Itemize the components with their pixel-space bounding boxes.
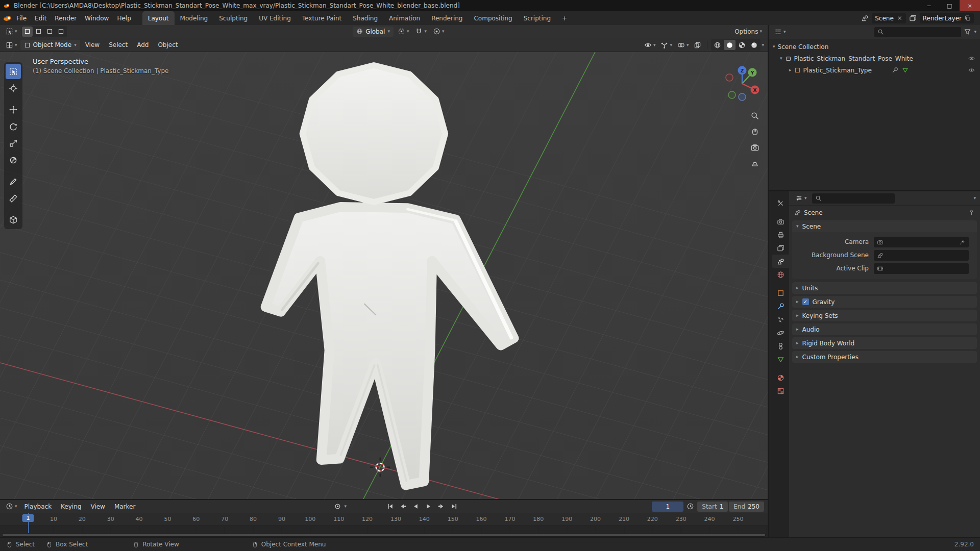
workspace-tab-shading[interactable]: Shading	[347, 11, 383, 25]
menu-window[interactable]: Window	[81, 13, 113, 24]
panel-rigid-body-header[interactable]: ▸ Rigid Body World	[792, 337, 977, 349]
tab-physics[interactable]	[772, 326, 789, 339]
scene-browse-icon[interactable]	[861, 14, 869, 22]
play-reverse-button[interactable]	[410, 502, 422, 512]
minimize-button[interactable]: ─	[919, 0, 939, 11]
tab-object[interactable]	[772, 286, 789, 299]
tab-object-data[interactable]	[772, 353, 789, 366]
outliner-search-input[interactable]	[874, 27, 962, 37]
disclosure-open-icon[interactable]: ▾	[773, 44, 775, 49]
viewport-3d[interactable]: User Perspective (1) Scene Collection | …	[0, 52, 768, 499]
pan-hand-icon[interactable]	[750, 127, 760, 136]
disclosure-closed-icon[interactable]: ▸	[789, 68, 792, 72]
chevron-down-icon[interactable]: ▾	[973, 196, 976, 201]
shading-solid-button[interactable]	[724, 40, 736, 50]
workspace-tab-modeling[interactable]: Modeling	[175, 11, 214, 25]
timeline-editor-type-dropdown[interactable]: ▾	[4, 502, 19, 512]
select-mode-extend[interactable]	[33, 27, 44, 37]
tab-particles[interactable]	[772, 313, 789, 326]
workspace-tab-rendering[interactable]: Rendering	[426, 11, 468, 25]
menu-help[interactable]: Help	[113, 13, 135, 24]
active-tool-dropdown[interactable]: ▾	[4, 27, 19, 37]
properties-search-input[interactable]	[812, 193, 895, 204]
tab-world[interactable]	[772, 268, 789, 281]
show-gizmo-toggle[interactable]: ▾	[658, 40, 674, 50]
workspace-tab-animation[interactable]: Animation	[383, 11, 426, 25]
panel-audio-header[interactable]: ▸ Audio	[792, 323, 977, 335]
workspace-tab-scripting[interactable]: Scripting	[518, 11, 556, 25]
prev-keyframe-button[interactable]	[397, 502, 409, 512]
panel-keying-sets-header[interactable]: ▸ Keying Sets	[792, 310, 977, 321]
tool-cursor[interactable]	[6, 81, 21, 96]
snap-toggle[interactable]: ▾	[413, 27, 429, 37]
gravity-checkbox[interactable]: ✓	[802, 298, 809, 305]
tab-scene[interactable]	[772, 255, 789, 268]
maximize-button[interactable]: □	[939, 0, 960, 11]
select-mode-intersect[interactable]	[56, 27, 66, 37]
panel-units-header[interactable]: ▸ Units	[792, 282, 977, 294]
menu-file[interactable]: File	[12, 13, 31, 24]
background-scene-field[interactable]	[874, 250, 969, 261]
mode-dropdown[interactable]: Object Mode ▾	[20, 40, 80, 50]
tool-scale[interactable]	[6, 136, 21, 151]
object-visibility-dropdown[interactable]: ▾	[642, 40, 658, 50]
workspace-tab-layout[interactable]: Layout	[142, 11, 175, 25]
tab-output[interactable]	[772, 228, 789, 241]
preview-range-toggle[interactable]	[684, 502, 696, 512]
options-dropdown[interactable]: Options ▾	[732, 27, 764, 37]
modifier-wrench-icon[interactable]	[892, 67, 898, 73]
transform-orientation-dropdown[interactable]: Global ▾	[353, 27, 394, 37]
view-layer-icon[interactable]	[909, 14, 917, 22]
jump-to-start-button[interactable]	[384, 502, 396, 512]
select-mode-subtract[interactable]	[44, 27, 55, 37]
outliner-editor-type-dropdown[interactable]: ▾	[772, 27, 788, 37]
show-overlays-toggle[interactable]: ▾	[675, 40, 691, 50]
add-workspace-button[interactable]: +	[556, 11, 573, 25]
chevron-down-icon[interactable]: ▾	[974, 30, 976, 34]
current-frame-field[interactable]: 1	[652, 502, 683, 512]
menu-edit[interactable]: Edit	[31, 13, 51, 24]
workspace-tab-uv-editing[interactable]: UV Editing	[253, 11, 297, 25]
timeline-scrollbar[interactable]	[2, 533, 766, 537]
hide-collection-eye-icon[interactable]	[968, 55, 975, 62]
menu-view[interactable]: View	[81, 39, 104, 51]
tab-modifiers[interactable]	[772, 299, 789, 313]
shading-rendered-button[interactable]	[748, 40, 760, 50]
hide-object-eye-icon[interactable]	[968, 67, 975, 73]
blender-logo-icon[interactable]	[3, 14, 12, 23]
panel-scene-header[interactable]: ▾ Scene	[792, 220, 977, 232]
playhead-badge[interactable]: 1	[22, 514, 34, 522]
frame-start-field[interactable]: Start 1	[697, 502, 728, 512]
scene-selector[interactable]: Scene	[872, 13, 906, 23]
tool-rotate[interactable]	[6, 119, 21, 134]
menu-select[interactable]: Select	[105, 39, 132, 51]
play-button[interactable]	[423, 502, 434, 512]
axis-minus-z-ball[interactable]	[739, 93, 746, 101]
tab-material[interactable]	[772, 371, 789, 384]
tool-move[interactable]	[6, 102, 21, 117]
jump-to-end-button[interactable]	[448, 502, 460, 512]
disclosure-open-icon[interactable]: ▾	[780, 56, 782, 61]
zoom-icon[interactable]	[750, 111, 760, 120]
tab-render[interactable]	[772, 215, 789, 228]
auto-keying-toggle[interactable]	[332, 502, 344, 512]
workspace-tab-texture-paint[interactable]: Texture Paint	[297, 11, 347, 25]
select-mode-set[interactable]	[22, 27, 33, 37]
camera-field[interactable]	[874, 237, 969, 247]
menu-keying[interactable]: Keying	[57, 501, 85, 512]
outliner-row-collection[interactable]: ▾ Plastic_Stickman_Standart_Pose_White	[769, 53, 980, 64]
camera-view-icon[interactable]	[750, 143, 760, 152]
workspace-tab-sculpting[interactable]: Sculpting	[213, 11, 253, 25]
filter-icon[interactable]	[964, 28, 971, 36]
close-button[interactable]: ×	[960, 0, 980, 11]
tab-view-layer[interactable]	[772, 241, 789, 255]
perspective-toggle-icon[interactable]	[750, 159, 760, 168]
active-clip-field[interactable]	[874, 263, 969, 274]
frame-end-field[interactable]: End 250	[729, 502, 764, 512]
tool-select-box[interactable]	[6, 64, 21, 79]
menu-view-timeline[interactable]: View	[86, 501, 109, 512]
next-keyframe-button[interactable]	[435, 502, 447, 512]
menu-playback[interactable]: Playback	[20, 501, 56, 512]
pivot-point-dropdown[interactable]: ▾	[396, 27, 411, 37]
shading-wireframe-button[interactable]	[712, 40, 723, 50]
